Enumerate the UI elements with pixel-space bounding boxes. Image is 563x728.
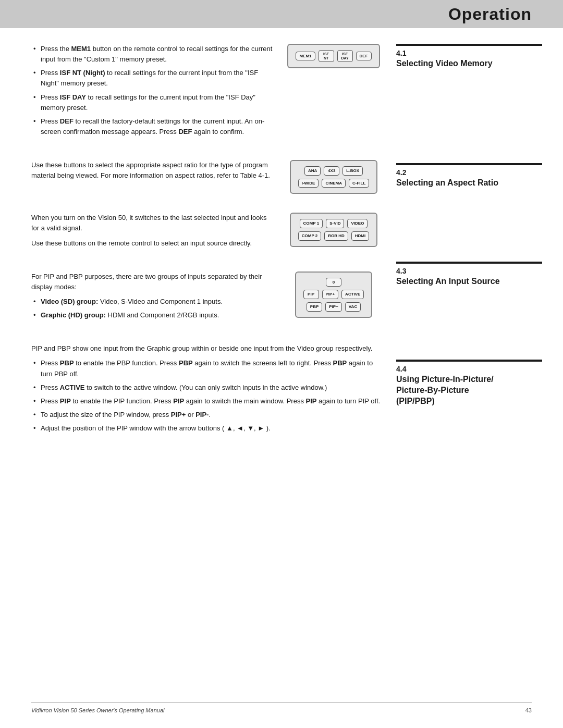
section-4-3-text: When you turn on the Vision 50, it switc… (31, 213, 276, 252)
bullet-active: Press ACTIVE to switch to the active win… (31, 382, 381, 393)
section-4-3-para1: When you turn on the Vision 50, it switc… (31, 213, 276, 233)
footer: Vidikron Vision 50 Series Owner's Operat… (31, 702, 532, 713)
mem1-row: MEM1 ISFNT ISFDAY DEF (296, 50, 371, 62)
section-number-4-1: 4.1 (396, 49, 542, 57)
btn-zero: 0 (326, 278, 341, 287)
section-4-2-text: Use these buttons to select the appropri… (31, 160, 276, 185)
btn-cinema: CINEMA (322, 179, 346, 188)
page-title: Operation (448, 5, 532, 24)
btn-hdmi: HDMI (351, 231, 369, 241)
section-4-2-intro: Use these buttons to select the appropri… (31, 160, 276, 181)
bar-4-4 (396, 360, 542, 362)
pip-row-top: 0 (326, 278, 341, 287)
bar-4-1 (396, 44, 542, 46)
btn-pbp: PBP (307, 302, 322, 312)
btn-cfill: C-FILL (349, 179, 369, 188)
section-4-3-image: COMP 1 S-VID VIDEO COMP 2 RGB HD HDMI (287, 213, 381, 246)
bullet-isfnt: Press ISF NT (Night) to recall settings … (31, 68, 276, 89)
main-content: Press the MEM1 button on the remote cont… (0, 28, 563, 468)
footer-left: Vidikron Vision 50 Series Owner's Operat… (31, 707, 164, 713)
btn-vac: VAC (345, 302, 361, 312)
bullet-pbp-enable: Press PBP to enable the PBP function. Pr… (31, 358, 381, 379)
section-4-2-image: ANA 4X3 L-BOX I-WIDE CINEMA C-FILL (287, 160, 381, 194)
btn-mem1: MEM1 (296, 52, 315, 61)
right-section-4-1: 4.1 Selecting Video Memory (396, 44, 542, 69)
section-4-1-bullets: Press the MEM1 button on the remote cont… (31, 44, 276, 137)
input-row1: COMP 1 S-VID VIDEO (300, 219, 368, 228)
pip-row2: PBP PIP− VAC (307, 302, 361, 312)
btn-4x3: 4X3 (324, 166, 339, 176)
section-4-1-text: Press the MEM1 button on the remote cont… (31, 44, 276, 141)
mem1-panel: MEM1 ISFNT ISFDAY DEF (287, 44, 380, 68)
section-title-4-3: Selecting An Input Source (396, 276, 542, 287)
section-4-4-bullets1: Video (SD) group: Video, S-Video and Com… (31, 297, 276, 320)
bullet-video-sd: Video (SD) group: Video, S-Video and Com… (31, 297, 276, 307)
section-number-4-4: 4.4 (396, 365, 542, 373)
btn-rgbhd: RGB HD (324, 231, 348, 241)
section-4-1-block: Press the MEM1 button on the remote cont… (31, 44, 381, 141)
bullet-def: Press DEF to recall the factory-default … (31, 116, 276, 137)
aspect-row1: ANA 4X3 L-BOX (304, 166, 363, 176)
pip-pbp-para: PIP and PBP show one input from the Grap… (31, 343, 381, 354)
page: Operation Press the MEM1 button on the r… (0, 0, 563, 728)
bullet-graphic-hd: Graphic (HD) group: HDMI and Component 2… (31, 310, 276, 320)
right-section-4-3: 4.3 Selecting An Input Source (396, 262, 542, 287)
pip-row1: PIP PIP+ ACTIVE (303, 290, 364, 299)
btn-comp2: COMP 2 (298, 231, 322, 241)
section-title-4-2: Selecting an Aspect Ratio (396, 178, 542, 189)
section-title-4-4: Using Picture-In-Picture/Picture-By-Pict… (396, 374, 542, 406)
section-number-4-3: 4.3 (396, 267, 542, 275)
section-4-4-body: PIP and PBP show one input from the Grap… (31, 343, 381, 434)
btn-pip: PIP (303, 290, 319, 299)
bullet-pip-size: To adjust the size of the PIP window, pr… (31, 410, 381, 420)
btn-iwide: I-WIDE (298, 179, 319, 188)
bar-4-3 (396, 262, 542, 264)
btn-comp1: COMP 1 (300, 219, 323, 228)
section-4-1-image: MEM1 ISFNT ISFDAY DEF (287, 44, 381, 68)
input-panel: COMP 1 S-VID VIDEO COMP 2 RGB HD HDMI (290, 213, 378, 246)
right-section-4-4: 4.4 Using Picture-In-Picture/Picture-By-… (396, 360, 542, 406)
pip-panel: 0 PIP PIP+ ACTIVE PBP PIP− VAC (295, 272, 373, 318)
btn-svid: S-VID (326, 219, 344, 228)
aspect-row2: I-WIDE CINEMA C-FILL (298, 179, 370, 188)
input-row2: COMP 2 RGB HD HDMI (298, 231, 370, 241)
btn-lbox: L-BOX (342, 166, 363, 176)
btn-pip-minus: PIP− (325, 302, 342, 312)
btn-def: DEF (356, 52, 372, 61)
btn-video: VIDEO (347, 219, 368, 228)
btn-pip-plus: PIP+ (322, 290, 339, 299)
left-column: Press the MEM1 button on the remote cont… (31, 44, 396, 452)
footer-page: 43 (525, 707, 532, 713)
header-banner: Operation (0, 0, 563, 28)
bullet-pip-position: Adjust the position of the PIP window wi… (31, 423, 381, 434)
section-4-4-intro: For PIP and PBP purposes, there are two … (31, 272, 276, 292)
section-4-4-text: For PIP and PBP purposes, there are two … (31, 272, 276, 325)
pip-pbp-bullets: Press PBP to enable the PBP function. Pr… (31, 358, 381, 434)
section-title-4-1: Selecting Video Memory (396, 58, 542, 69)
section-4-2-block: Use these buttons to select the appropri… (31, 160, 381, 194)
section-4-4-block: For PIP and PBP purposes, there are two … (31, 272, 381, 325)
bullet-mem1: Press the MEM1 button on the remote cont… (31, 44, 276, 65)
bar-4-2 (396, 163, 542, 165)
bullet-pip-enable: Press PIP to enable the PIP function. Pr… (31, 396, 381, 406)
btn-ana: ANA (304, 166, 321, 176)
btn-isfday: ISFDAY (337, 50, 353, 62)
section-4-3-para2: Use these buttons on the remote control … (31, 238, 276, 249)
section-number-4-2: 4.2 (396, 168, 542, 177)
btn-active: ACTIVE (341, 290, 364, 299)
right-column: 4.1 Selecting Video Memory 4.2 Selecting… (396, 44, 542, 452)
section-4-3-block: When you turn on the Vision 50, it switc… (31, 213, 381, 252)
bullet-isfday: Press ISF DAY to recall settings for the… (31, 92, 276, 113)
aspect-panel: ANA 4X3 L-BOX I-WIDE CINEMA C-FILL (290, 160, 378, 194)
btn-isfnt: ISFNT (319, 50, 334, 62)
section-4-4-image: 0 PIP PIP+ ACTIVE PBP PIP− VAC (287, 272, 381, 318)
right-section-4-2: 4.2 Selecting an Aspect Ratio (396, 163, 542, 189)
